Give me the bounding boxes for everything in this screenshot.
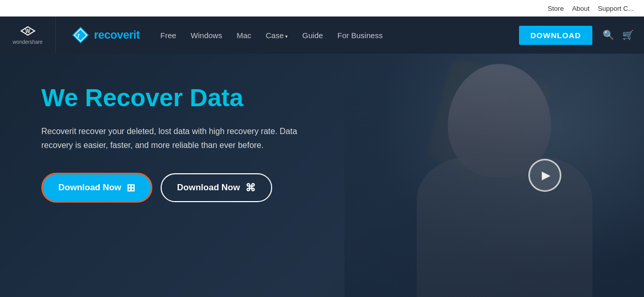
hero-person-image — [344, 54, 644, 297]
wondershare-icon: W — [20, 26, 36, 39]
recoverit-logo[interactable]: r recoverit — [71, 26, 139, 44]
recoverit-text-it: it — [133, 28, 139, 41]
hero-section: We Recover Data Recoverit recover your d… — [0, 54, 644, 297]
nav-guide[interactable]: Guide — [302, 31, 323, 40]
top-bar: Store About Support C... — [0, 0, 644, 16]
download-mac-button[interactable]: Download Now ⌘ — [161, 173, 272, 202]
hero-subtitle: Recoverit recover your deleted, lost dat… — [41, 124, 310, 152]
download-mac-label: Download Now — [177, 183, 240, 193]
nav-links: Free Windows Mac Case Guide For Business — [160, 31, 519, 40]
recoverit-icon: r — [71, 26, 90, 44]
mac-icon: ⌘ — [245, 182, 256, 194]
navbar: W wondershare r recoverit Free Windows M… — [0, 16, 644, 54]
person-body — [417, 157, 592, 297]
nav-windows[interactable]: Windows — [191, 31, 222, 40]
about-link[interactable]: About — [572, 5, 590, 12]
store-link[interactable]: Store — [548, 5, 564, 12]
download-windows-button[interactable]: Download Now ⊞ — [41, 173, 152, 203]
hero-buttons: Download Now ⊞ Download Now ⌘ — [41, 173, 310, 203]
nav-mac[interactable]: Mac — [237, 31, 251, 40]
windows-icon: ⊞ — [127, 182, 135, 194]
cart-icon[interactable]: 🛒 — [622, 29, 634, 41]
wondershare-text: wondershare — [13, 39, 43, 45]
recoverit-text: recoverit — [94, 28, 139, 42]
nav-case[interactable]: Case — [266, 31, 288, 40]
nav-icon-group: 🔍 🛒 — [603, 29, 634, 41]
hero-title: We Recover Data — [41, 85, 310, 112]
svg-text:W: W — [25, 28, 30, 34]
recoverit-text-recover: recover — [94, 28, 133, 41]
download-windows-label: Download Now — [58, 183, 121, 193]
nav-download-button[interactable]: DOWNLOAD — [519, 26, 592, 45]
search-icon[interactable]: 🔍 — [603, 29, 614, 41]
hero-content: We Recover Data Recoverit recover your d… — [0, 54, 351, 234]
nav-free[interactable]: Free — [160, 31, 176, 40]
play-button[interactable] — [528, 159, 561, 192]
svg-text:r: r — [77, 32, 80, 39]
nav-for-business[interactable]: For Business — [337, 31, 383, 40]
wondershare-logo[interactable]: W wondershare — [10, 16, 56, 54]
support-link[interactable]: Support C... — [598, 5, 634, 12]
